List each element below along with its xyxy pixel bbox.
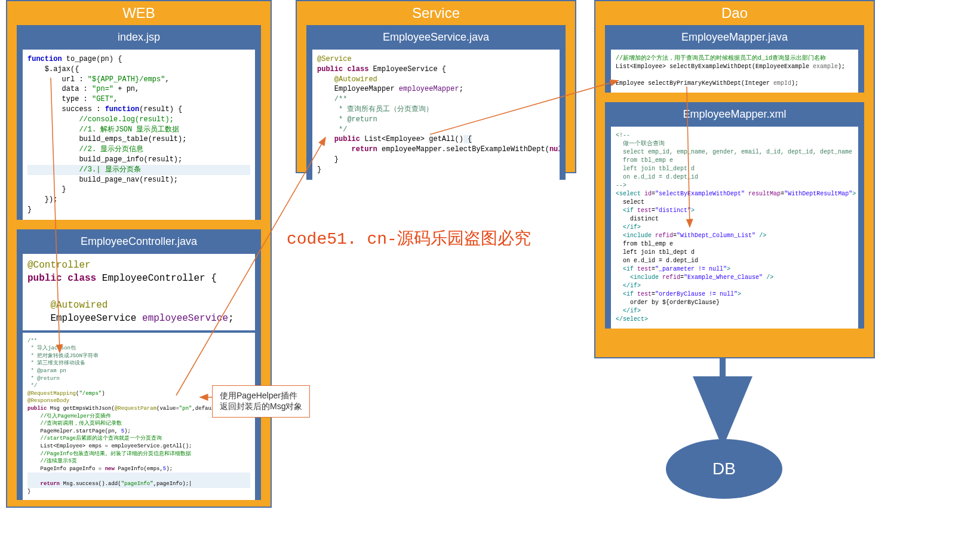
mapperjava-title: EmployeeMapper.java bbox=[605, 25, 864, 50]
watermark-text: code51. cn-源码乐园盗图必究 bbox=[287, 227, 531, 250]
mapperxml-title: EmployeeMapper.xml bbox=[605, 102, 864, 127]
mapperxml-panel: EmployeeMapper.xml <!-- 做一个联合查询 select e… bbox=[605, 102, 864, 329]
mapperjava-panel: EmployeeMapper.java //新增加的2个方法，用于查询员工的时候… bbox=[605, 25, 864, 93]
employeeservice-code: @Service public class EmployeeService { … bbox=[312, 50, 560, 180]
db-ellipse: DB bbox=[666, 439, 782, 499]
employeeservice-panel: EmployeeService.java @Service public cla… bbox=[306, 25, 566, 180]
dao-layer-title: Dao bbox=[595, 1, 874, 25]
web-layer-title: WEB bbox=[7, 1, 271, 25]
note-box: 使用PageHelper插件 返回封装后的Msg对象 bbox=[212, 385, 310, 418]
db-label: DB bbox=[712, 459, 736, 478]
employeeservice-title: EmployeeService.java bbox=[306, 25, 566, 50]
web-layer: WEB index.jsp function to_page(pn) { $.a… bbox=[6, 0, 272, 508]
note-line1: 使用PageHelper插件 bbox=[220, 391, 302, 401]
controller-code-header: @Controller public class EmployeeControl… bbox=[23, 254, 255, 330]
indexjsp-code: function to_page(pn) { $.ajax({ url : "$… bbox=[23, 50, 255, 220]
service-layer-title: Service bbox=[297, 1, 575, 25]
service-layer: Service EmployeeService.java @Service pu… bbox=[296, 0, 576, 173]
controller-panel: EmployeeController.java @Controller publ… bbox=[17, 229, 261, 500]
mapperxml-code: <!-- 做一个联合查询 select emp_id, emp_name, ge… bbox=[611, 127, 858, 329]
mapperjava-code: //新增加的2个方法，用于查询员工的时候根据员工的d_id查询显示出部门名称 L… bbox=[611, 50, 858, 93]
controller-title: EmployeeController.java bbox=[17, 229, 261, 254]
indexjsp-title: index.jsp bbox=[17, 25, 261, 50]
dao-layer: Dao EmployeeMapper.java //新增加的2个方法，用于查询员… bbox=[594, 0, 875, 358]
note-line2: 返回封装后的Msg对象 bbox=[220, 401, 302, 412]
indexjsp-panel: index.jsp function to_page(pn) { $.ajax(… bbox=[17, 25, 261, 220]
